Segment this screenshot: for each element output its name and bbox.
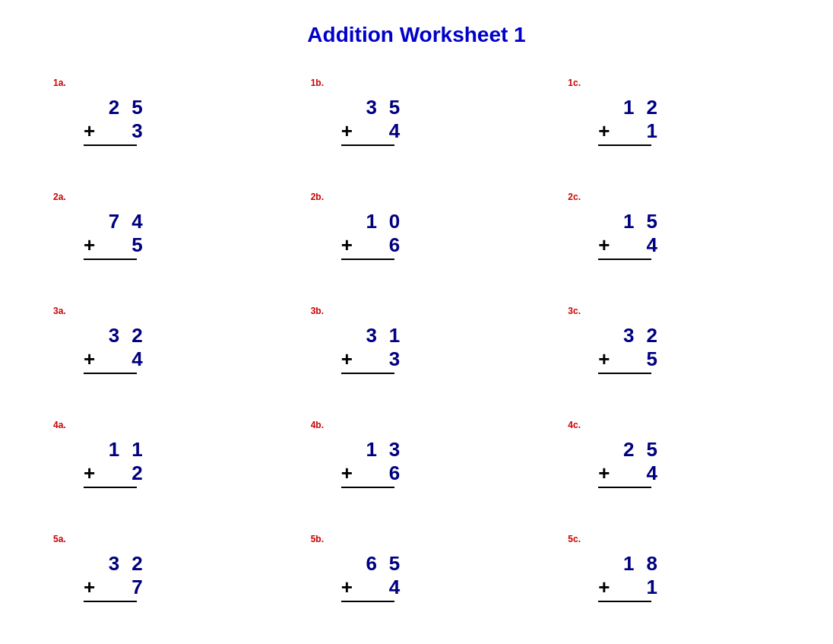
digit: 4	[389, 119, 406, 143]
problem-label-4c: 4c.	[568, 420, 581, 430]
problem-cell-5c: 5c.18+ 1	[545, 526, 803, 617]
digit-spacer	[368, 119, 383, 143]
digit: 3	[109, 552, 125, 576]
plus-sign: +	[84, 119, 101, 143]
top-number-1b: 35	[366, 96, 406, 119]
problem-cell-2a: 2a.74+ 5	[30, 184, 288, 275]
top-number-3c: 32	[623, 324, 664, 347]
problem-label-4b: 4b.	[311, 420, 324, 430]
problem-numbers-1a: 25+ 3	[84, 96, 149, 143]
top-number-2b: 10	[366, 210, 406, 233]
digit: 5	[389, 552, 406, 576]
problem-label-1b: 1b.	[311, 78, 324, 88]
problem-cell-2c: 2c.15+ 4	[545, 184, 803, 275]
answer-line-5b	[341, 601, 394, 602]
digit: 3	[389, 347, 406, 371]
problem-label-1a: 1a.	[53, 78, 66, 88]
digit-spacer	[626, 462, 641, 485]
digit-spacer	[626, 119, 641, 143]
answer-line-3b	[341, 373, 394, 374]
digit: 5	[647, 438, 664, 462]
digit: 1	[366, 210, 382, 233]
problem-cell-4b: 4b.13+ 6	[288, 412, 546, 503]
digit: 3	[131, 119, 148, 143]
problem-numbers-5c: 18+ 1	[598, 552, 664, 599]
top-number-5a: 32	[109, 552, 149, 576]
bottom-number-1a: + 3	[84, 119, 149, 143]
digit: 7	[109, 210, 125, 233]
digit: 4	[131, 347, 148, 371]
answer-line-2c	[598, 259, 651, 260]
digit-spacer	[368, 347, 383, 371]
answer-line-5a	[84, 601, 137, 602]
problem-label-2c: 2c.	[568, 192, 581, 202]
answer-line-4a	[84, 487, 137, 488]
problem-numbers-3a: 32+ 4	[84, 324, 149, 371]
answer-line-2b	[341, 259, 394, 260]
top-number-5b: 65	[366, 552, 406, 576]
problem-numbers-5a: 32+ 7	[84, 552, 149, 599]
digit: 6	[366, 552, 382, 576]
answer-line-2a	[84, 259, 137, 260]
top-number-1a: 25	[109, 96, 149, 119]
answer-line-4b	[341, 487, 394, 488]
answer-line-4c	[598, 487, 651, 488]
digit: 1	[366, 438, 382, 462]
problem-numbers-4a: 11+ 2	[84, 438, 149, 485]
problem-label-5b: 5b.	[311, 534, 324, 544]
problem-cell-1b: 1b.35+ 4	[288, 70, 546, 161]
bottom-number-2a: + 5	[84, 233, 149, 257]
plus-sign: +	[341, 576, 359, 599]
problem-numbers-3b: 31+ 3	[341, 324, 407, 371]
bottom-number-3a: + 4	[84, 347, 149, 371]
problem-numbers-2b: 10+ 6	[341, 210, 407, 257]
problem-label-5c: 5c.	[568, 534, 581, 544]
bottom-number-4c: + 4	[598, 462, 664, 485]
digit-spacer	[110, 576, 125, 599]
digit: 0	[389, 210, 406, 233]
problem-cell-3c: 3c.32+ 5	[545, 298, 803, 389]
worksheet-grid: 1a.25+ 31b.35+ 41c.12+ 12a.74+ 52b.10+ 6…	[30, 70, 803, 617]
answer-line-1c	[598, 144, 651, 146]
bottom-number-4b: + 6	[341, 462, 407, 485]
answer-line-1a	[84, 144, 137, 146]
digit-spacer	[368, 462, 383, 485]
digit: 3	[389, 438, 406, 462]
top-number-3b: 31	[366, 324, 406, 347]
plus-sign: +	[341, 233, 359, 257]
bottom-number-5b: + 4	[341, 576, 407, 599]
digit: 5	[389, 96, 406, 119]
plus-sign: +	[84, 462, 101, 485]
digit: 5	[131, 96, 148, 119]
answer-line-3a	[84, 373, 137, 374]
digit: 1	[623, 210, 640, 233]
bottom-number-1b: + 4	[341, 119, 407, 143]
problem-numbers-1b: 35+ 4	[341, 96, 407, 143]
problem-numbers-2a: 74+ 5	[84, 210, 149, 257]
problem-label-1c: 1c.	[568, 78, 581, 88]
bottom-number-5a: + 7	[84, 576, 149, 599]
problem-label-4a: 4a.	[53, 420, 66, 430]
bottom-number-4a: + 2	[84, 462, 149, 485]
plus-sign: +	[84, 576, 101, 599]
answer-line-5c	[598, 601, 651, 602]
digit: 3	[366, 96, 382, 119]
top-number-4c: 25	[623, 438, 664, 462]
answer-line-1b	[341, 144, 394, 146]
bottom-number-1c: + 1	[598, 119, 664, 143]
bottom-number-2c: + 4	[598, 233, 664, 257]
digit-spacer	[626, 347, 641, 371]
plus-sign: +	[84, 347, 101, 371]
problem-cell-5a: 5a.32+ 7	[30, 526, 288, 617]
problem-label-2a: 2a.	[53, 192, 66, 202]
bottom-number-5c: + 1	[598, 576, 664, 599]
bottom-number-3c: + 5	[598, 347, 664, 371]
plus-sign: +	[598, 347, 616, 371]
page-title: Addition Worksheet 1	[30, 15, 803, 47]
digit: 5	[647, 347, 664, 371]
digit-spacer	[368, 233, 383, 257]
digit: 2	[623, 438, 640, 462]
bottom-number-2b: + 6	[341, 233, 407, 257]
problem-label-5a: 5a.	[53, 534, 66, 544]
digit-spacer	[110, 462, 125, 485]
